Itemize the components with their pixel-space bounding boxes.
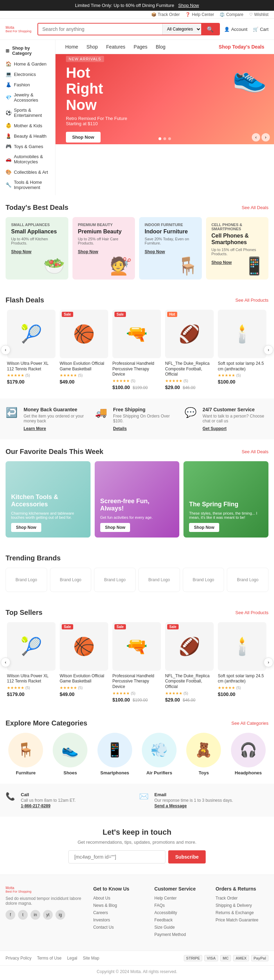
search-button[interactable]: 🔍	[201, 24, 219, 35]
guarantee-get-support[interactable]: Get Support	[202, 426, 226, 431]
track-order[interactable]: 📦 Track Order	[151, 12, 180, 17]
flash-deals-see-all[interactable]: See All Products	[236, 298, 268, 303]
sidebar-item-jewelry[interactable]: 💎 Jewelry & Accessories	[0, 90, 55, 105]
newsletter-input[interactable]	[68, 850, 166, 864]
wishlist[interactable]: ♡ Wishlist	[249, 12, 268, 17]
footer-accessibility[interactable]: Accessibility	[155, 910, 207, 915]
category-furniture[interactable]: 🪑 Furniture	[6, 733, 46, 775]
sidebar-item-toys[interactable]: 🎮 Toys & Games	[0, 141, 55, 151]
footer-size-guide[interactable]: Size Guide	[155, 925, 207, 930]
flash-deals-next[interactable]: ›	[264, 345, 273, 355]
social-facebook[interactable]: f	[6, 910, 15, 920]
sidebar-item-collectibles[interactable]: 🎨 Collectibles & Art	[0, 167, 55, 177]
footer-legal[interactable]: Legal	[67, 956, 77, 961]
fav-card-screen-btn[interactable]: Shop Now	[100, 523, 131, 532]
sidebar: ⊞ Shop by Category 🏠 Home & Garden 💻 Ele…	[0, 40, 56, 195]
explore-see-all[interactable]: See All Categories	[231, 721, 268, 726]
product-card-3: Hot 🏈 NFL_The Duke_Replica Composite Foo…	[165, 310, 213, 390]
sidebar-item-beauty[interactable]: 💄 Beauty & Health	[0, 131, 55, 141]
footer-feedback[interactable]: Feedback	[155, 918, 207, 923]
brand-2[interactable]: Brand Logo	[94, 568, 135, 592]
newsletter-button[interactable]: Subscribe	[168, 850, 206, 864]
deals-see-all[interactable]: See All Deals	[242, 205, 268, 210]
footer-returns[interactable]: Returns & Exchange	[216, 910, 268, 915]
compare[interactable]: ⚖️ Compare	[220, 12, 243, 17]
top-sellers-next[interactable]: ›	[264, 657, 273, 667]
footer-sitemap[interactable]: Site Map	[83, 956, 99, 961]
top-sellers-see-all[interactable]: See All Products	[236, 610, 268, 615]
deal-btn-3[interactable]: Shop Now	[212, 260, 232, 265]
category-smartphones[interactable]: 📱 Smartphones	[95, 733, 135, 775]
brand-1[interactable]: Brand Logo	[50, 568, 92, 592]
social-twitter[interactable]: t	[18, 910, 28, 920]
flash-deals-row: 🎾 Wilson Ultra Power XL 112 Tennis Racke…	[7, 310, 267, 390]
footer-terms[interactable]: Terms of Use	[37, 956, 62, 961]
nav-shop-deals[interactable]: Shop Today's Deals	[215, 40, 268, 54]
brand-5[interactable]: Brand Logo	[227, 568, 268, 592]
fav-deals-see-all[interactable]: See All Deals	[242, 449, 268, 454]
footer-payment[interactable]: Payment Method	[155, 932, 207, 937]
guarantee-learn-more[interactable]: Learn More	[24, 426, 46, 431]
category-toys[interactable]: 🧸 Toys	[183, 733, 224, 775]
footer-news[interactable]: News & Blog	[93, 903, 146, 908]
social-youtube[interactable]: yt	[43, 910, 53, 920]
social-instagram[interactable]: ig	[56, 910, 65, 920]
footer-investors[interactable]: Investors	[93, 918, 146, 923]
hero-dot-3[interactable]	[168, 137, 171, 140]
category-headphones[interactable]: 🎧 Headphones	[228, 733, 268, 775]
nav-shop[interactable]: Shop	[82, 40, 102, 54]
sidebar-item-electronics[interactable]: 💻 Electronics	[0, 69, 55, 80]
category-circle-toys: 🧸	[186, 733, 221, 767]
footer-price-match[interactable]: Price Match Guarantee	[216, 918, 268, 923]
deal-btn-0[interactable]: Shop Now	[11, 249, 32, 254]
top-sellers-prev[interactable]: ‹	[1, 657, 10, 667]
deal-btn-2[interactable]: Shop Now	[145, 249, 165, 254]
nav-features[interactable]: Features	[102, 40, 129, 54]
footer-track[interactable]: Track Order	[216, 896, 268, 900]
cart-button[interactable]: 🛒 Cart	[253, 27, 268, 32]
footer-help[interactable]: Help Center	[155, 896, 207, 900]
sidebar-item-fashion[interactable]: 👗 Fashion	[0, 80, 55, 90]
hero-dot-1[interactable]	[159, 137, 161, 140]
social-linkedin[interactable]: in	[30, 910, 40, 920]
deal-btn-1[interactable]: Shop Now	[78, 249, 99, 254]
categories-grid: 🪑 Furniture 👟 Shoes 📱 Smartphones 💨 Air …	[6, 733, 268, 775]
nav-pages[interactable]: Pages	[129, 40, 151, 54]
contact-email-link[interactable]: Send a Message	[155, 803, 186, 808]
brand-0[interactable]: Brand Logo	[6, 568, 47, 592]
footer-careers[interactable]: Careers	[93, 910, 146, 915]
hero-shop-button[interactable]: Shop Now	[66, 132, 100, 143]
guarantee-details[interactable]: Details	[113, 426, 127, 431]
contact-phone-text: Call Call us from 8am to 12am ET. 1-866-…	[21, 792, 76, 808]
sidebar-item-tools[interactable]: 🔧 Tools & Home Improvement	[0, 177, 55, 192]
hero-text: NEW ARRIVALS HotRightNow Retro Remixed F…	[66, 56, 135, 143]
sidebar-item-sports[interactable]: ⚽ Sports & Entertainment	[0, 105, 55, 120]
sidebar-item-home-garden[interactable]: 🏠 Home & Garden	[0, 59, 55, 69]
banner-cta[interactable]: Shop Now	[178, 3, 199, 8]
hero-dot-2[interactable]	[163, 137, 166, 140]
category-select[interactable]: All Categories	[162, 24, 201, 35]
nav-home[interactable]: Home	[61, 40, 82, 54]
fav-card-kitchen-btn[interactable]: Shop Now	[11, 523, 41, 532]
brand-3[interactable]: Brand Logo	[139, 568, 180, 592]
category-shoes[interactable]: 👟 Shoes	[50, 733, 90, 775]
brand-4[interactable]: Brand Logo	[183, 568, 225, 592]
fav-card-spring-btn[interactable]: Shop Now	[189, 523, 219, 532]
footer-shipping[interactable]: Shipping & Delivery	[216, 903, 268, 908]
nav-blog[interactable]: Blog	[151, 40, 170, 54]
footer-privacy[interactable]: Privacy Policy	[6, 956, 32, 961]
help-center[interactable]: ❓ Help Center	[185, 12, 214, 17]
contact-phone-link[interactable]: 1-866-217-8289	[21, 803, 50, 808]
footer-faqs[interactable]: FAQs	[155, 903, 207, 908]
search-input[interactable]	[38, 24, 162, 35]
logo[interactable]: Motta Best For Shopping	[6, 25, 33, 33]
flash-deals-prev[interactable]: ‹	[1, 345, 10, 355]
hero-next-button[interactable]: ›	[261, 133, 270, 142]
hero-prev-button[interactable]: ‹	[252, 133, 260, 142]
account-button[interactable]: 👤 Account	[224, 27, 247, 32]
sidebar-item-mother-kids[interactable]: 👶 Mother & Kids	[0, 120, 55, 131]
sidebar-item-automobiles[interactable]: 🚗 Automobiles & Motorcycles	[0, 151, 55, 167]
footer-about[interactable]: About Us	[93, 896, 146, 900]
footer-contact[interactable]: Contact Us	[93, 925, 146, 930]
category-air-purifiers[interactable]: 💨 Air Purifiers	[139, 733, 179, 775]
